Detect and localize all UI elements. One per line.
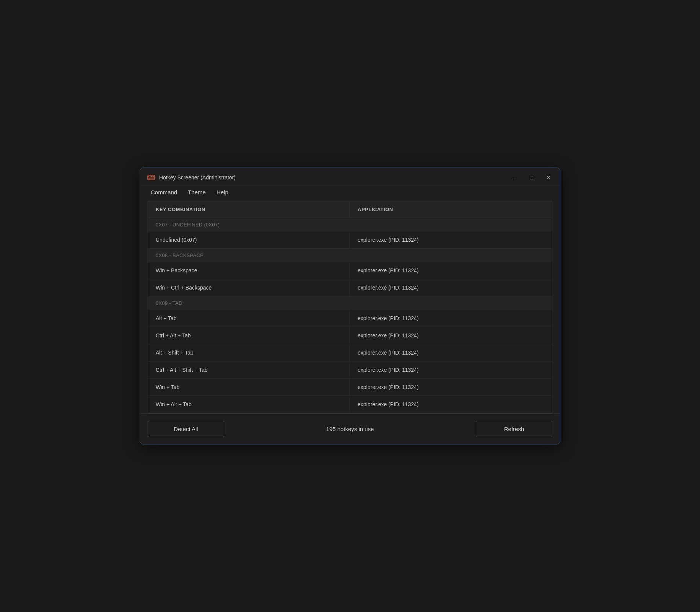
key-combination-cell: Win + Backspace [148,262,350,279]
application-cell: explorer.exe (PID: 11324) [350,310,552,327]
minimize-button[interactable]: — [510,174,519,181]
footer: Detect All 195 hotkeys in use Refresh [140,413,560,444]
key-combination-cell: Win + Ctrl + Backspace [148,279,350,296]
key-combination-cell: Alt + Shift + Tab [148,344,350,361]
refresh-button[interactable]: Refresh [476,421,552,437]
table-row: Alt + Shift + Tabexplorer.exe (PID: 1132… [148,344,552,361]
window-controls: — □ ✕ [510,174,553,181]
application-cell: explorer.exe (PID: 11324) [350,279,552,296]
key-combination-cell: Alt + Tab [148,310,350,327]
menu-help[interactable]: Help [213,187,232,197]
application-cell: explorer.exe (PID: 11324) [350,344,552,361]
svg-rect-4 [153,176,154,177]
application-cell: explorer.exe (PID: 11324) [350,262,552,279]
application-cell: explorer.exe (PID: 11324) [350,396,552,413]
table-body[interactable]: 0X07 - UNDEFINED (0X07)Undefined (0x07)e… [148,218,552,413]
table-row: Win + Backspaceexplorer.exe (PID: 11324) [148,262,552,279]
application-cell: explorer.exe (PID: 11324) [350,231,552,248]
key-combination-cell: Undefined (0x07) [148,231,350,248]
table-row: Alt + Tabexplorer.exe (PID: 11324) [148,310,552,327]
svg-rect-3 [151,176,152,177]
col-key-combination: KEY COMBINATION [148,201,350,218]
detect-all-button[interactable]: Detect All [148,421,224,437]
table-header: KEY COMBINATION APPLICATION [148,201,552,218]
group-header: 0X07 - UNDEFINED (0X07) [148,218,552,231]
table-row: Ctrl + Alt + Shift + Tabexplorer.exe (PI… [148,361,552,379]
svg-rect-0 [148,175,155,180]
table-row: Win + Alt + Tabexplorer.exe (PID: 11324) [148,396,552,413]
menu-command[interactable]: Command [147,187,181,197]
content-area: KEY COMBINATION APPLICATION 0X07 - UNDEF… [140,201,560,413]
key-combination-cell: Ctrl + Alt + Tab [148,327,350,344]
col-application: APPLICATION [350,201,552,218]
table-row: Undefined (0x07)explorer.exe (PID: 11324… [148,231,552,249]
group-header: 0X08 - BACKSPACE [148,249,552,262]
svg-rect-1 [148,176,149,177]
table-row: Ctrl + Alt + Tabexplorer.exe (PID: 11324… [148,327,552,344]
main-window: Hotkey Screener (Administrator) — □ ✕ Co… [140,168,560,444]
table-row: Win + Tabexplorer.exe (PID: 11324) [148,379,552,396]
table-container: KEY COMBINATION APPLICATION 0X07 - UNDEF… [148,201,552,413]
menu-bar: Command Theme Help [140,186,560,201]
key-combination-cell: Win + Alt + Tab [148,396,350,413]
group-header: 0X09 - TAB [148,296,552,310]
title-bar: Hotkey Screener (Administrator) — □ ✕ [140,168,560,186]
application-cell: explorer.exe (PID: 11324) [350,379,552,396]
title-left: Hotkey Screener (Administrator) [147,173,236,182]
app-icon [147,173,155,182]
key-combination-cell: Win + Tab [148,379,350,396]
svg-rect-2 [150,176,151,177]
maximize-button[interactable]: □ [528,174,536,181]
status-text: 195 hotkeys in use [228,426,472,432]
application-cell: explorer.exe (PID: 11324) [350,327,552,344]
close-button[interactable]: ✕ [544,174,553,181]
menu-theme[interactable]: Theme [184,187,210,197]
table-row: Win + Ctrl + Backspaceexplorer.exe (PID:… [148,279,552,296]
svg-rect-5 [148,178,154,179]
window-title: Hotkey Screener (Administrator) [159,174,236,181]
key-combination-cell: Ctrl + Alt + Shift + Tab [148,361,350,378]
application-cell: explorer.exe (PID: 11324) [350,361,552,378]
